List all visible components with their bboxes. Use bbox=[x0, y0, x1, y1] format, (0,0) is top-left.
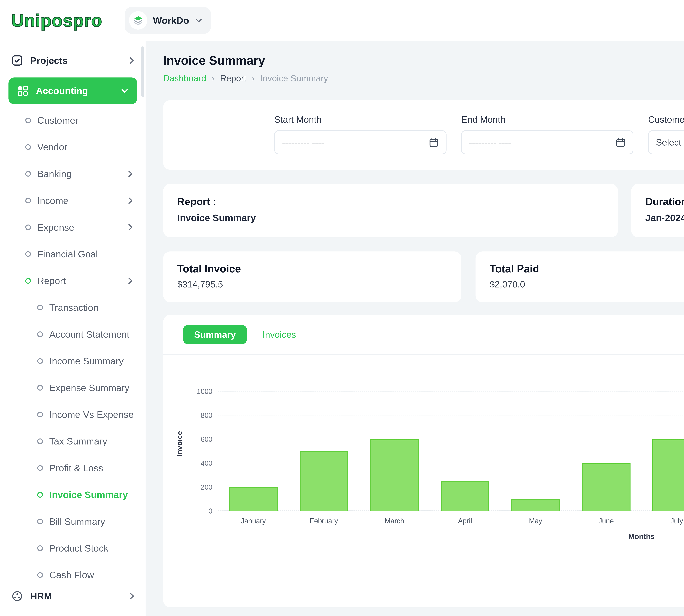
y-tick-label: 600 bbox=[187, 435, 212, 443]
sidebar-item-income-vs-expense[interactable]: Income Vs Expense bbox=[0, 401, 145, 428]
calendar-icon bbox=[429, 137, 439, 147]
bullet-icon bbox=[37, 438, 43, 444]
bullet-icon bbox=[25, 171, 31, 177]
y-tick-label: 800 bbox=[187, 411, 212, 419]
sidebar-item-invoice-summary[interactable]: Invoice Summary bbox=[0, 481, 145, 508]
breadcrumb-current: Invoice Summary bbox=[260, 73, 328, 83]
bar-june[interactable] bbox=[582, 463, 631, 511]
app-root: Unipospro WorkDo 0 Create Workspace bbox=[0, 0, 684, 616]
tab-summary[interactable]: Summary bbox=[183, 325, 247, 345]
sidebar-item-cash-flow[interactable]: Cash Flow bbox=[0, 562, 145, 582]
workspace-logo-icon bbox=[129, 11, 147, 29]
projects-icon bbox=[11, 54, 23, 66]
accounting-icon bbox=[17, 85, 29, 97]
bar-slot bbox=[359, 376, 430, 511]
chevron-right-icon bbox=[127, 223, 134, 231]
chart-tabs: Summary Invoices bbox=[163, 315, 684, 355]
sidebar-item-banking[interactable]: Banking bbox=[0, 160, 145, 187]
chart-card: Summary Invoices Invoice 020040060080010… bbox=[163, 315, 684, 608]
bar-slot bbox=[500, 376, 571, 511]
x-axis-labels: JanuaryFebruaryMarchAprilMayJuneJulyAugu… bbox=[218, 517, 684, 525]
bar-may[interactable] bbox=[511, 499, 560, 511]
sidebar-item-expense[interactable]: Expense bbox=[0, 214, 145, 241]
layout: Projects Accounting CustomerVendorBankin… bbox=[0, 41, 684, 616]
sidebar-item-account-statement[interactable]: Account Statement bbox=[0, 321, 145, 348]
duration-card: Duration : Jan-2024 to Dec-2024 bbox=[631, 184, 684, 237]
end-month-input[interactable]: --------- ---- bbox=[461, 130, 633, 154]
total-invoice-card: Total Invoice $314,795.5 bbox=[163, 251, 461, 302]
bullet-icon bbox=[25, 117, 31, 123]
bullet-icon bbox=[37, 385, 43, 391]
bullet-icon bbox=[37, 412, 43, 417]
sidebar-item-vendor[interactable]: Vendor bbox=[0, 134, 145, 160]
sidebar-item-projects[interactable]: Projects bbox=[0, 46, 145, 74]
bullet-icon bbox=[37, 358, 43, 364]
calendar-icon bbox=[616, 137, 625, 147]
breadcrumb: Dashboard › Report › Invoice Summary bbox=[163, 73, 328, 83]
chevron-right-icon bbox=[128, 592, 136, 600]
report-card: Report : Invoice Summary bbox=[163, 184, 618, 237]
bar-slot bbox=[430, 376, 500, 511]
sidebar-item-label: Income bbox=[37, 195, 68, 206]
sidebar-item-label: Projects bbox=[30, 55, 68, 66]
sidebar-item-income[interactable]: Income bbox=[0, 187, 145, 214]
breadcrumb-dashboard[interactable]: Dashboard bbox=[163, 73, 206, 83]
bar-april[interactable] bbox=[441, 481, 489, 511]
filter-card: Start Month --------- ---- End Month ---… bbox=[163, 100, 684, 170]
customer-select-value: Select Customer bbox=[656, 137, 684, 148]
x-tick-label: April bbox=[430, 517, 500, 525]
chevron-right-icon bbox=[127, 277, 134, 285]
sidebar-item-report[interactable]: Report bbox=[0, 267, 145, 294]
sidebar-item-label: Profit & Loss bbox=[49, 463, 103, 474]
sidebar-item-financial-goal[interactable]: Financial Goal bbox=[0, 241, 145, 267]
bullet-icon bbox=[37, 545, 43, 551]
bar-january[interactable] bbox=[229, 487, 278, 511]
stat-label: Total Invoice bbox=[177, 263, 447, 275]
brand-logo[interactable]: Unipospro bbox=[11, 10, 102, 30]
sidebar-item-label: Account Statement bbox=[49, 329, 130, 340]
sidebar-item-expense-summary[interactable]: Expense Summary bbox=[0, 374, 145, 401]
bar-march[interactable] bbox=[370, 439, 419, 511]
chevron-down-icon bbox=[195, 17, 203, 24]
sidebar-item-bill-summary[interactable]: Bill Summary bbox=[0, 508, 145, 535]
bullet-icon bbox=[37, 331, 43, 337]
start-month-field: Start Month --------- ---- bbox=[274, 114, 447, 154]
sidebar-item-customer[interactable]: Customer bbox=[0, 107, 145, 134]
y-axis-title-wrap: Invoice bbox=[172, 376, 187, 511]
sidebar-item-profit-loss[interactable]: Profit & Loss bbox=[0, 455, 145, 481]
sidebar-item-tax-summary[interactable]: Tax Summary bbox=[0, 428, 145, 455]
sidebar-scrollbar[interactable] bbox=[141, 46, 144, 97]
breadcrumb-report[interactable]: Report bbox=[220, 73, 246, 83]
breadcrumb-separator: › bbox=[252, 74, 255, 83]
chevron-down-icon bbox=[121, 87, 129, 95]
bar-slot bbox=[218, 376, 289, 511]
x-tick-label: July bbox=[641, 517, 684, 525]
bar-july[interactable] bbox=[653, 439, 684, 511]
sidebar-item-label: Transaction bbox=[49, 302, 98, 313]
bar-slot bbox=[641, 376, 684, 511]
bar-february[interactable] bbox=[300, 451, 348, 511]
x-tick-label: January bbox=[218, 517, 289, 525]
sidebar-item-income-summary[interactable]: Income Summary bbox=[0, 348, 145, 374]
sidebar-item-transaction[interactable]: Transaction bbox=[0, 294, 145, 321]
sidebar-item-product-stock[interactable]: Product Stock bbox=[0, 535, 145, 562]
tab-invoices[interactable]: Invoices bbox=[263, 329, 296, 340]
sidebar-item-label: Tax Summary bbox=[49, 436, 107, 447]
y-tick-label: 200 bbox=[187, 483, 212, 491]
invoice-bar-chart: Invoice 02004006008001000 JanuaryFebruar… bbox=[163, 355, 684, 552]
bullet-icon bbox=[37, 305, 43, 310]
chevron-right-icon bbox=[128, 57, 136, 64]
start-month-input[interactable]: --------- ---- bbox=[274, 130, 447, 154]
customer-select[interactable]: Select Customer bbox=[648, 130, 684, 154]
sidebar-item-label: Cash Flow bbox=[49, 569, 94, 580]
x-axis-title: Months bbox=[218, 532, 684, 541]
bullet-icon bbox=[37, 465, 43, 471]
sidebar-item-label: Bill Summary bbox=[49, 516, 105, 527]
workspace-switcher[interactable]: WorkDo bbox=[125, 7, 211, 34]
duration-card-label: Duration : bbox=[645, 196, 684, 207]
sidebar-item-hrm[interactable]: HRM bbox=[0, 582, 145, 610]
bullet-icon bbox=[25, 224, 31, 230]
bullet-icon bbox=[25, 278, 31, 284]
sidebar-item-label: Vendor bbox=[37, 141, 67, 153]
sidebar-item-accounting[interactable]: Accounting bbox=[8, 78, 137, 104]
